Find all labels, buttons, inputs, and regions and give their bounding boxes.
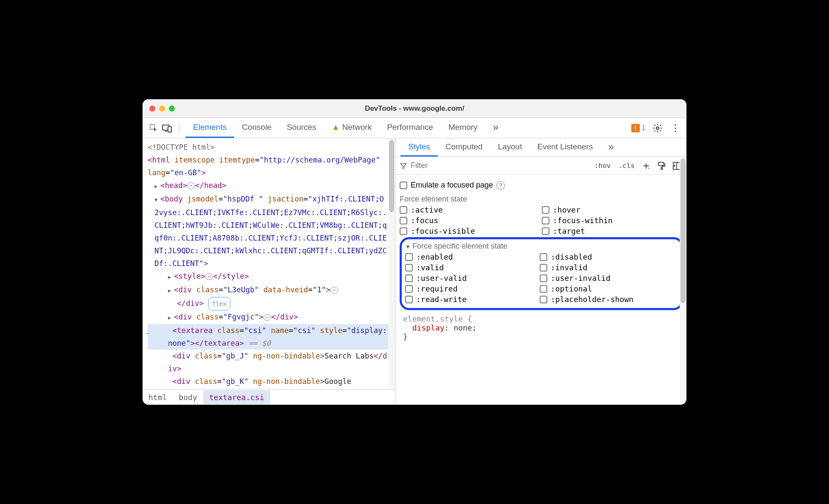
checkbox-enabled[interactable] — [405, 253, 413, 261]
tab-network-label: Network — [342, 123, 372, 132]
dom-scrollbar-thumb[interactable] — [389, 140, 394, 212]
dom-tree[interactable]: <!DOCTYPE html> <html itemscope itemtype… — [143, 138, 395, 389]
warnings-badge[interactable]: ! 1 — [631, 123, 646, 132]
state-user-valid: :user-valid — [405, 274, 535, 283]
state-read-write: :read-write — [405, 295, 535, 304]
crumb-textarea[interactable]: textarea.csi — [203, 390, 270, 404]
force-specific-label[interactable]: ▼Force specific element state — [405, 242, 677, 252]
rtab-styles[interactable]: Styles — [400, 138, 438, 157]
emulate-focused-row: Emulate a focused page ? — [400, 179, 686, 191]
tab-performance[interactable]: Performance — [379, 118, 441, 138]
dom-div-gbj[interactable]: <div class="gb_J" ng-non-bindable>Search… — [148, 350, 395, 375]
warning-triangle-icon: ▲ — [332, 123, 340, 132]
element-style-block[interactable]: element.style { display: none; } — [400, 313, 686, 341]
state-focus: :focus — [400, 216, 538, 225]
rtab-event-listeners[interactable]: Event Listeners — [529, 138, 600, 157]
checkbox-user-valid[interactable] — [405, 274, 413, 282]
filter-wrap — [400, 161, 588, 170]
breadcrumb: html body textarea.csi — [143, 389, 395, 405]
svg-rect-2 — [168, 126, 171, 132]
checkbox-active[interactable] — [400, 206, 407, 214]
dom-div-fgvgjc[interactable]: ▶<div class="Fgvgjc">⋯</div> — [148, 311, 395, 324]
state-disabled: :disabled — [540, 252, 670, 261]
settings-icon[interactable] — [652, 122, 664, 134]
right-tabs-overflow[interactable]: » — [600, 138, 621, 157]
state-placeholder-shown: :placeholder-shown — [540, 295, 670, 304]
checkbox-invalid[interactable] — [540, 264, 547, 272]
inspect-icon[interactable] — [148, 122, 160, 134]
state-invalid: :invalid — [540, 263, 670, 272]
elements-panel: <!DOCTYPE html> <html itemscope itemtype… — [143, 138, 395, 405]
main-toolbar: Elements Console Sources ▲ Network Perfo… — [143, 118, 686, 138]
dom-div-gbk[interactable]: <div class="gb_K" ng-non-bindable>Google — [148, 375, 395, 388]
styles-scrollbar-thumb[interactable] — [681, 159, 686, 303]
right-tabs: Styles Computed Layout Event Listeners » — [395, 138, 686, 157]
crumb-body[interactable]: body — [173, 390, 203, 404]
body-split: <!DOCTYPE html> <html itemscope itemtype… — [143, 138, 686, 405]
toolbar-right: ! 1 ⋮ — [631, 122, 681, 134]
window-title: DevTools - www.google.com/ — [143, 104, 686, 113]
kebab-menu-icon[interactable]: ⋮ — [669, 122, 681, 134]
force-state-label: Force element state — [400, 191, 686, 205]
checkbox-focus-within[interactable] — [542, 217, 549, 224]
device-toggle-icon[interactable] — [161, 122, 173, 134]
warnings-count: 1 — [641, 123, 646, 132]
dom-body-open[interactable]: ▼<body jsmodel="hspDDf " jsaction="xjhTI… — [148, 193, 395, 270]
styles-scrollbar[interactable] — [680, 157, 686, 405]
crumb-html[interactable]: html — [143, 390, 173, 404]
styles-panel: Styles Computed Layout Event Listeners »… — [395, 138, 686, 405]
checkbox-focus-visible[interactable] — [400, 227, 407, 235]
tabs-overflow-button[interactable]: » — [485, 118, 506, 138]
checkbox-required[interactable] — [405, 285, 413, 293]
state-focus-visible: :focus-visible — [400, 227, 538, 235]
separator — [179, 123, 179, 133]
emulate-focused-checkbox[interactable] — [400, 182, 407, 189]
tab-elements[interactable]: Elements — [185, 118, 234, 138]
state-optional: :optional — [540, 284, 670, 293]
state-hover: :hover — [542, 205, 680, 214]
titlebar: DevTools - www.google.com/ — [143, 99, 686, 118]
checkbox-focus[interactable] — [400, 217, 407, 224]
dom-head[interactable]: ▶<head>⋯</head> — [148, 179, 395, 193]
checkbox-disabled[interactable] — [540, 253, 547, 261]
devtools-window: DevTools - www.google.com/ Elements Cons… — [143, 99, 686, 405]
new-rule-icon[interactable] — [641, 160, 652, 171]
checkbox-user-invalid[interactable] — [540, 274, 547, 282]
rtab-computed[interactable]: Computed — [438, 138, 490, 157]
style-prop[interactable]: display — [412, 323, 445, 332]
svg-rect-5 — [661, 168, 663, 169]
style-selector: element.style { — [403, 314, 472, 323]
checkbox-target[interactable] — [542, 227, 549, 235]
state-target: :target — [542, 227, 680, 235]
dom-html-open[interactable]: <html itemscope itemtype="http://schema.… — [148, 154, 395, 179]
hov-toggle[interactable]: :hov — [593, 161, 613, 171]
force-state-grid: :active :hover :focus :focus-within :foc… — [400, 205, 686, 235]
highlight-force-specific: ▼Force specific element state :enabled :… — [400, 237, 683, 310]
filter-input[interactable] — [411, 161, 588, 170]
paint-icon[interactable] — [656, 160, 667, 171]
state-focus-within: :focus-within — [542, 216, 680, 225]
style-value[interactable]: none — [454, 323, 472, 332]
dom-style[interactable]: ▶<style>⋯</style> — [148, 270, 395, 283]
dom-scrollbar[interactable] — [388, 138, 395, 389]
checkbox-valid[interactable] — [405, 264, 413, 272]
rtab-layout[interactable]: Layout — [490, 138, 529, 157]
state-valid: :valid — [405, 263, 535, 272]
tab-memory[interactable]: Memory — [441, 118, 485, 138]
checkbox-optional[interactable] — [540, 285, 547, 293]
dom-div-l3eugb[interactable]: ▶<div class="L3eUgb" data-hveid="1">⋯ </… — [148, 283, 395, 311]
help-icon[interactable]: ? — [496, 181, 505, 190]
specific-state-grid: :enabled :disabled :valid :invalid :user… — [405, 252, 677, 304]
cls-toggle[interactable]: .cls — [616, 161, 636, 171]
tab-network[interactable]: ▲ Network — [324, 118, 380, 138]
checkbox-hover[interactable] — [542, 206, 549, 214]
state-required: :required — [405, 284, 535, 293]
checkbox-read-write[interactable] — [405, 296, 413, 303]
checkbox-placeholder-shown[interactable] — [540, 296, 547, 303]
flex-badge[interactable]: flex — [208, 297, 230, 311]
tab-sources[interactable]: Sources — [279, 118, 324, 138]
dom-doctype[interactable]: <!DOCTYPE html> — [148, 141, 395, 154]
warning-icon: ! — [631, 124, 640, 132]
tab-console[interactable]: Console — [234, 118, 279, 138]
dom-textarea-selected[interactable]: ⋯ <textarea class="csi" name="csi" style… — [148, 324, 395, 350]
